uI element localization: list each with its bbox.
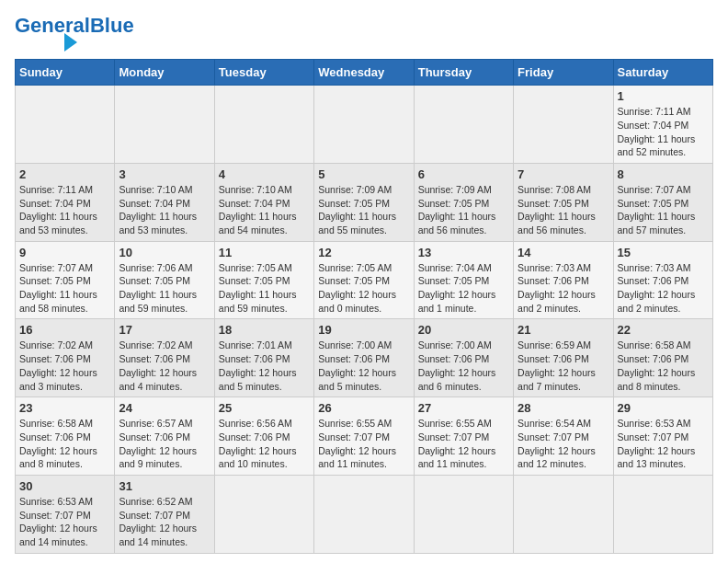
calendar-cell: 23Sunrise: 6:58 AMSunset: 7:06 PMDayligh…: [16, 397, 115, 476]
col-header-saturday: Saturday: [613, 60, 712, 86]
calendar-cell: [214, 86, 313, 164]
day-info: Sunrise: 7:03 AMSunset: 7:06 PMDaylight:…: [618, 261, 709, 316]
day-number: 19: [318, 323, 409, 337]
day-number: 16: [19, 323, 110, 337]
day-number: 2: [19, 167, 110, 181]
calendar-cell: 18Sunrise: 7:01 AMSunset: 7:06 PMDayligh…: [214, 319, 313, 397]
calendar-cell: 16Sunrise: 7:02 AMSunset: 7:06 PMDayligh…: [16, 319, 115, 397]
day-info: Sunrise: 7:11 AMSunset: 7:04 PMDaylight:…: [19, 183, 110, 237]
day-info: Sunrise: 7:07 AMSunset: 7:05 PMDaylight:…: [19, 261, 110, 316]
day-info: Sunrise: 7:10 AMSunset: 7:04 PMDaylight:…: [119, 183, 210, 237]
day-info: Sunrise: 6:55 AMSunset: 7:07 PMDaylight:…: [318, 417, 409, 471]
calendar-cell: [514, 475, 613, 553]
day-info: Sunrise: 7:08 AMSunset: 7:05 PMDaylight:…: [518, 183, 609, 237]
day-number: 18: [219, 323, 310, 337]
calendar-cell: 31Sunrise: 6:52 AMSunset: 7:07 PMDayligh…: [115, 475, 214, 553]
day-info: Sunrise: 6:59 AMSunset: 7:06 PMDaylight:…: [518, 339, 609, 393]
calendar-week-5: 30Sunrise: 6:53 AMSunset: 7:07 PMDayligh…: [16, 475, 713, 553]
day-number: 5: [318, 167, 409, 181]
day-number: 26: [318, 401, 409, 415]
day-info: Sunrise: 7:01 AMSunset: 7:06 PMDaylight:…: [219, 339, 310, 393]
col-header-monday: Monday: [115, 60, 214, 86]
calendar-cell: [115, 86, 214, 164]
day-number: 1: [618, 89, 709, 103]
day-info: Sunrise: 7:09 AMSunset: 7:05 PMDaylight:…: [318, 183, 409, 237]
calendar-cell: 8Sunrise: 7:07 AMSunset: 7:05 PMDaylight…: [613, 163, 712, 241]
day-info: Sunrise: 7:05 AMSunset: 7:05 PMDaylight:…: [219, 261, 310, 316]
day-info: Sunrise: 7:02 AMSunset: 7:06 PMDaylight:…: [19, 339, 110, 393]
calendar-cell: 15Sunrise: 7:03 AMSunset: 7:06 PMDayligh…: [613, 241, 712, 319]
day-number: 28: [518, 401, 609, 415]
calendar-cell: [214, 475, 313, 553]
day-number: 4: [219, 167, 310, 181]
logo-blue: Blue: [90, 14, 134, 37]
logo-icon: [64, 33, 77, 52]
day-info: Sunrise: 6:56 AMSunset: 7:06 PMDaylight:…: [219, 417, 310, 471]
day-info: Sunrise: 7:10 AMSunset: 7:04 PMDaylight:…: [219, 183, 310, 237]
page-header: GeneralBlue: [15, 15, 713, 52]
day-number: 25: [219, 401, 310, 415]
day-number: 15: [618, 246, 709, 259]
col-header-thursday: Thursday: [414, 60, 513, 86]
calendar-cell: 28Sunrise: 6:54 AMSunset: 7:07 PMDayligh…: [514, 397, 613, 476]
day-info: Sunrise: 7:06 AMSunset: 7:05 PMDaylight:…: [119, 261, 210, 316]
day-info: Sunrise: 7:03 AMSunset: 7:06 PMDaylight:…: [518, 261, 609, 316]
calendar-week-3: 16Sunrise: 7:02 AMSunset: 7:06 PMDayligh…: [16, 319, 713, 397]
calendar-cell: 1Sunrise: 7:11 AMSunset: 7:04 PMDaylight…: [613, 86, 712, 164]
calendar-week-2: 9Sunrise: 7:07 AMSunset: 7:05 PMDaylight…: [16, 241, 713, 319]
day-info: Sunrise: 7:05 AMSunset: 7:05 PMDaylight:…: [318, 261, 409, 316]
calendar-cell: [414, 86, 513, 164]
day-number: 29: [618, 401, 709, 415]
calendar-cell: 29Sunrise: 6:53 AMSunset: 7:07 PMDayligh…: [613, 397, 712, 476]
day-number: 17: [119, 323, 210, 337]
day-info: Sunrise: 6:58 AMSunset: 7:06 PMDaylight:…: [19, 417, 110, 471]
logo: GeneralBlue: [15, 15, 134, 52]
calendar-cell: 17Sunrise: 7:02 AMSunset: 7:06 PMDayligh…: [115, 319, 214, 397]
day-info: Sunrise: 6:55 AMSunset: 7:07 PMDaylight:…: [418, 417, 509, 471]
calendar-cell: 19Sunrise: 7:00 AMSunset: 7:06 PMDayligh…: [314, 319, 414, 397]
day-number: 13: [418, 246, 509, 259]
day-number: 10: [119, 246, 210, 259]
calendar-cell: 5Sunrise: 7:09 AMSunset: 7:05 PMDaylight…: [314, 163, 414, 241]
day-number: 22: [618, 323, 709, 337]
day-number: 8: [618, 167, 709, 181]
calendar-cell: 7Sunrise: 7:08 AMSunset: 7:05 PMDaylight…: [514, 163, 613, 241]
calendar-cell: [414, 475, 513, 553]
day-info: Sunrise: 6:54 AMSunset: 7:07 PMDaylight:…: [518, 417, 609, 471]
day-number: 20: [418, 323, 509, 337]
calendar-cell: 20Sunrise: 7:00 AMSunset: 7:06 PMDayligh…: [414, 319, 513, 397]
day-info: Sunrise: 6:53 AMSunset: 7:07 PMDaylight:…: [19, 495, 110, 549]
day-number: 31: [119, 479, 210, 493]
calendar-cell: 24Sunrise: 6:57 AMSunset: 7:06 PMDayligh…: [115, 397, 214, 476]
calendar-cell: 2Sunrise: 7:11 AMSunset: 7:04 PMDaylight…: [16, 163, 115, 241]
day-info: Sunrise: 7:00 AMSunset: 7:06 PMDaylight:…: [418, 339, 509, 393]
calendar-cell: 21Sunrise: 6:59 AMSunset: 7:06 PMDayligh…: [514, 319, 613, 397]
day-info: Sunrise: 6:52 AMSunset: 7:07 PMDaylight:…: [119, 495, 210, 549]
col-header-wednesday: Wednesday: [314, 60, 414, 86]
day-info: Sunrise: 7:11 AMSunset: 7:04 PMDaylight:…: [618, 105, 709, 159]
day-number: 6: [418, 167, 509, 181]
calendar-cell: 30Sunrise: 6:53 AMSunset: 7:07 PMDayligh…: [16, 475, 115, 553]
col-header-tuesday: Tuesday: [214, 60, 313, 86]
day-info: Sunrise: 7:09 AMSunset: 7:05 PMDaylight:…: [418, 183, 509, 237]
calendar-cell: 25Sunrise: 6:56 AMSunset: 7:06 PMDayligh…: [214, 397, 313, 476]
day-info: Sunrise: 7:04 AMSunset: 7:05 PMDaylight:…: [418, 261, 509, 316]
calendar-cell: 11Sunrise: 7:05 AMSunset: 7:05 PMDayligh…: [214, 241, 313, 319]
day-info: Sunrise: 6:53 AMSunset: 7:07 PMDaylight:…: [618, 417, 709, 471]
col-header-sunday: Sunday: [16, 60, 115, 86]
day-number: 12: [318, 246, 409, 259]
day-number: 30: [19, 479, 110, 493]
calendar-cell: [314, 86, 414, 164]
calendar-cell: 27Sunrise: 6:55 AMSunset: 7:07 PMDayligh…: [414, 397, 513, 476]
day-number: 27: [418, 401, 509, 415]
calendar-cell: 26Sunrise: 6:55 AMSunset: 7:07 PMDayligh…: [314, 397, 414, 476]
calendar-cell: [613, 475, 712, 553]
calendar-cell: 6Sunrise: 7:09 AMSunset: 7:05 PMDaylight…: [414, 163, 513, 241]
day-info: Sunrise: 7:00 AMSunset: 7:06 PMDaylight:…: [318, 339, 409, 393]
col-header-friday: Friday: [514, 60, 613, 86]
calendar-cell: 9Sunrise: 7:07 AMSunset: 7:05 PMDaylight…: [16, 241, 115, 319]
calendar-cell: [16, 86, 115, 164]
calendar-cell: 22Sunrise: 6:58 AMSunset: 7:06 PMDayligh…: [613, 319, 712, 397]
calendar-table: SundayMondayTuesdayWednesdayThursdayFrid…: [15, 59, 713, 554]
day-number: 23: [19, 401, 110, 415]
